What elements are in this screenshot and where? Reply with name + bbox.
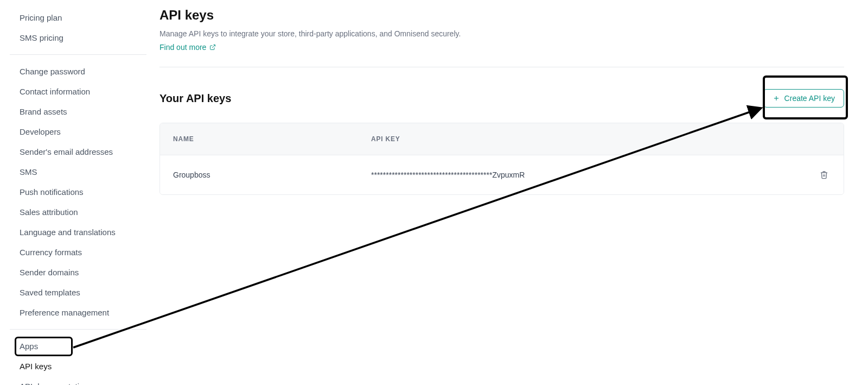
section-divider bbox=[159, 67, 844, 67]
settings-sidebar: Pricing plan SMS pricing Change password… bbox=[0, 0, 148, 385]
sidebar-item-brand-assets[interactable]: Brand assets bbox=[10, 102, 148, 122]
create-api-key-label: Create API key bbox=[784, 94, 835, 103]
main-content: API keys Manage API keys to integrate yo… bbox=[148, 0, 868, 385]
page-title: API keys bbox=[159, 8, 844, 23]
find-out-more-label: Find out more bbox=[159, 43, 206, 52]
sidebar-group: Pricing plan SMS pricing bbox=[10, 4, 148, 51]
section-header: Your API keys Create API key bbox=[159, 89, 844, 108]
sidebar-item-senders-email-addresses[interactable]: Sender's email addresses bbox=[10, 142, 148, 162]
api-keys-table: NAME API KEY Groupboss *****************… bbox=[159, 123, 844, 195]
column-header-api-key: API KEY bbox=[371, 135, 809, 143]
delete-api-key-button[interactable] bbox=[818, 168, 831, 181]
find-out-more-link[interactable]: Find out more bbox=[159, 43, 216, 52]
sidebar-item-saved-templates[interactable]: Saved templates bbox=[10, 282, 148, 302]
plus-icon bbox=[773, 94, 780, 102]
sidebar-item-sender-domains[interactable]: Sender domains bbox=[10, 262, 148, 282]
api-key-value-cell: ****************************************… bbox=[371, 171, 809, 179]
sidebar-group: Change password Contact information Bran… bbox=[10, 58, 148, 326]
sidebar-item-push-notifications[interactable]: Push notifications bbox=[10, 182, 148, 202]
table-row: Groupboss ******************************… bbox=[160, 155, 844, 194]
svg-line-0 bbox=[212, 45, 215, 48]
sidebar-item-api-documentation[interactable]: API documentation bbox=[10, 376, 148, 385]
sidebar-group: Apps API keys API documentation bbox=[10, 333, 148, 385]
trash-icon bbox=[820, 171, 828, 179]
sidebar-item-contact-information[interactable]: Contact information bbox=[10, 81, 148, 102]
sidebar-item-currency-formats[interactable]: Currency formats bbox=[10, 242, 148, 262]
create-api-key-button[interactable]: Create API key bbox=[763, 89, 844, 108]
sidebar-item-sales-attribution[interactable]: Sales attribution bbox=[10, 202, 148, 222]
sidebar-item-api-keys[interactable]: API keys bbox=[10, 356, 148, 376]
page-subtitle: Manage API keys to integrate your store,… bbox=[159, 29, 844, 38]
column-header-name: NAME bbox=[173, 135, 371, 143]
sidebar-item-sms[interactable]: SMS bbox=[10, 162, 148, 182]
sidebar-item-language-and-translations[interactable]: Language and translations bbox=[10, 222, 148, 242]
sidebar-item-apps[interactable]: Apps bbox=[10, 336, 148, 356]
column-header-actions bbox=[809, 135, 831, 143]
sidebar-item-change-password[interactable]: Change password bbox=[10, 61, 148, 81]
sidebar-item-developers[interactable]: Developers bbox=[10, 122, 148, 142]
external-link-icon bbox=[209, 44, 216, 51]
sidebar-divider bbox=[10, 54, 146, 55]
sidebar-divider bbox=[10, 329, 146, 330]
sidebar-item-preference-management[interactable]: Preference management bbox=[10, 302, 148, 323]
your-api-keys-title: Your API keys bbox=[159, 92, 231, 105]
api-key-name-cell: Groupboss bbox=[173, 171, 371, 179]
sidebar-item-pricing-plan[interactable]: Pricing plan bbox=[10, 8, 148, 28]
table-header: NAME API KEY bbox=[160, 123, 844, 155]
sidebar-item-sms-pricing[interactable]: SMS pricing bbox=[10, 28, 148, 48]
